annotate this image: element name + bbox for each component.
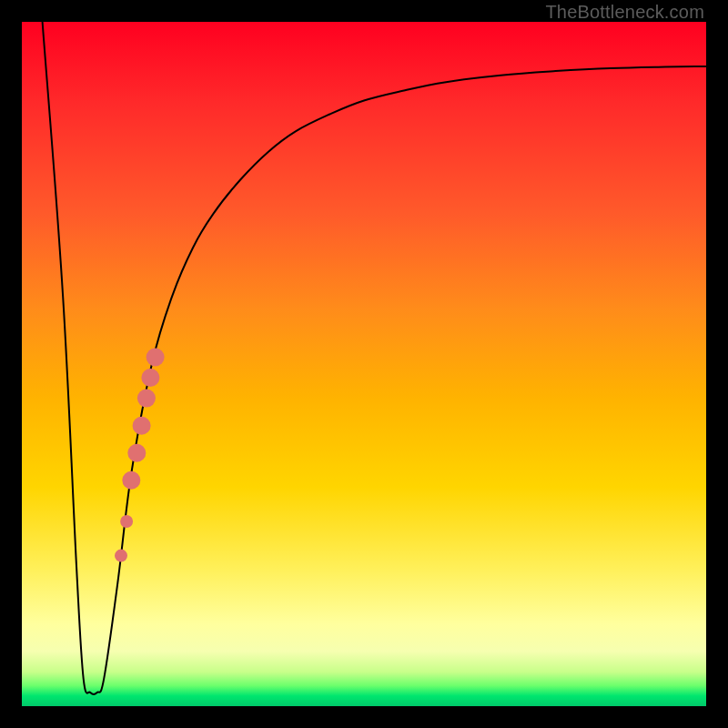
plot-area [22, 22, 706, 706]
chart-frame: TheBottleneck.com [0, 0, 728, 728]
chart-svg [22, 22, 706, 706]
marker-point [120, 515, 133, 528]
marker-point [133, 417, 151, 435]
bottleneck-curve [43, 22, 706, 694]
marker-point [127, 444, 146, 462]
highlighted-markers [115, 349, 165, 562]
marker-point [147, 349, 165, 367]
marker-point [115, 550, 127, 562]
marker-point [141, 369, 159, 387]
marker-point [122, 471, 140, 490]
watermark-text: TheBottleneck.com [545, 2, 704, 23]
marker-point [137, 389, 156, 408]
